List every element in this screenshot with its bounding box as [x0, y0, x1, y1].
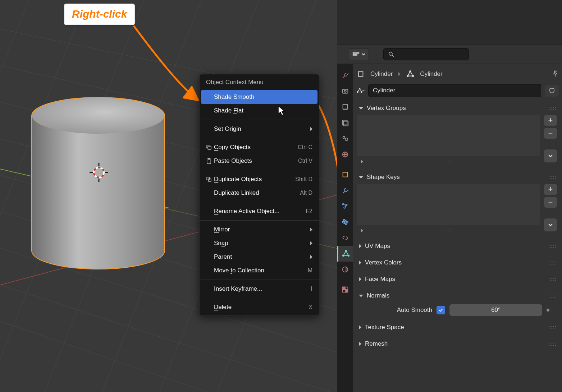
menu-paste-objects[interactable]: Paste Objects Ctrl V [200, 154, 319, 168]
tab-output[interactable] [337, 99, 353, 115]
drag-handle-icon[interactable]: :::: [548, 341, 557, 347]
svg-point-21 [32, 98, 164, 134]
expand-icon[interactable] [361, 229, 363, 232]
panel-shape-keys-header[interactable]: Shape Keys :::: [357, 170, 559, 184]
vertex-groups-list[interactable] [357, 115, 540, 156]
svg-point-55 [345, 250, 347, 252]
drag-handle-icon[interactable]: :::: [548, 324, 557, 330]
tab-texture[interactable] [337, 282, 353, 298]
annotation-callout: Right-click [64, 4, 135, 25]
tab-physics[interactable] [337, 214, 353, 230]
specials-menu-button[interactable] [544, 149, 557, 162]
object-icon [357, 70, 365, 78]
panel-uv-maps-header[interactable]: UV Maps :::: [357, 239, 559, 253]
svg-line-8 [0, 309, 337, 392]
auto-smooth-checkbox[interactable] [437, 306, 445, 314]
tab-modifiers[interactable] [337, 183, 353, 198]
specials-menu-button[interactable] [544, 218, 557, 231]
svg-point-22 [97, 171, 100, 174]
menu-rename-active-object[interactable]: Rename Active Object... F2 [200, 204, 319, 218]
shape-keys-list[interactable] [357, 184, 540, 225]
menu-parent[interactable]: Parent [200, 250, 319, 264]
tab-material[interactable] [337, 262, 353, 277]
drag-handle-icon[interactable]: :::: [548, 105, 557, 111]
disclosure-right-icon [359, 325, 361, 329]
properties-header [337, 45, 562, 64]
panel-vertex-colors-header[interactable]: Vertex Colors :::: [357, 256, 559, 269]
svg-rect-34 [353, 52, 359, 54]
panel-normals-header[interactable]: Normals :::: [357, 289, 559, 303]
resize-handle-icon[interactable]: :::: [446, 159, 453, 164]
panel-texture-space-header[interactable]: Texture Space :::: [357, 320, 559, 334]
chevron-right-icon [310, 241, 312, 245]
tab-render[interactable] [337, 83, 353, 99]
svg-rect-46 [343, 172, 348, 177]
tab-particles[interactable] [337, 198, 353, 214]
tab-view-layer[interactable] [337, 115, 353, 131]
panel-face-maps-header[interactable]: Face Maps :::: [357, 272, 559, 286]
svg-rect-59 [345, 290, 348, 292]
menu-shade-flat[interactable]: Shade Flat [200, 104, 319, 117]
mesh-name-input[interactable]: Cylinder [368, 84, 541, 97]
svg-rect-38 [343, 89, 348, 93]
editor-type-selector[interactable] [349, 48, 369, 60]
menu-insert-keyframe[interactable]: Insert Keyframe... I [200, 282, 319, 296]
context-menu-title: Object Context Menu [200, 74, 319, 90]
expand-icon[interactable] [361, 160, 363, 163]
menu-set-origin[interactable]: Set Origin [200, 122, 319, 136]
tab-tool[interactable] [337, 68, 353, 83]
drag-handle-icon[interactable]: :::: [548, 260, 557, 266]
svg-point-43 [343, 137, 345, 139]
panel-vertex-groups-header[interactable]: Vertex Groups :::: [357, 101, 559, 115]
breadcrumb-object[interactable]: Cylinder [370, 70, 393, 78]
tab-object-data[interactable] [337, 246, 353, 262]
disclosure-right-icon [359, 342, 361, 346]
object-context-menu: Object Context Menu Shade Smooth Shade F… [199, 74, 319, 316]
menu-move-to-collection[interactable]: Move to Collection M [200, 264, 319, 277]
fake-user-toggle[interactable] [545, 84, 559, 97]
drag-handle-icon[interactable]: :::: [548, 293, 557, 299]
disclosure-right-icon [359, 277, 361, 281]
svg-point-53 [342, 255, 344, 257]
menu-duplicate-objects[interactable]: Duplicate Objects Shift D [200, 172, 319, 186]
svg-point-50 [344, 221, 346, 223]
svg-rect-40 [343, 105, 348, 109]
menu-copy-objects[interactable]: Copy Objects Ctrl C [200, 140, 319, 154]
menu-shade-smooth[interactable]: Shade Smooth [201, 90, 317, 104]
menu-delete[interactable]: Delete X [200, 300, 319, 314]
chevron-right-icon [310, 227, 312, 232]
outliner-area[interactable] [337, 0, 562, 45]
animate-property-icon[interactable] [547, 309, 549, 312]
svg-rect-58 [343, 287, 345, 290]
breadcrumb: Cylinder Cylinder [357, 68, 559, 80]
menu-duplicate-linked[interactable]: Duplicate Linked Alt D [200, 186, 319, 200]
resize-handle-icon[interactable]: :::: [446, 228, 453, 233]
panel-remesh-header[interactable]: Remesh :::: [357, 337, 559, 351]
drag-handle-icon[interactable]: :::: [548, 243, 557, 249]
breadcrumb-data[interactable]: Cylinder [420, 70, 442, 78]
mesh-data-icon[interactable] [357, 87, 365, 94]
properties-search[interactable] [383, 48, 469, 60]
properties-tab-strip [337, 64, 353, 392]
disclosure-down-icon [359, 176, 363, 179]
menu-snap[interactable]: Snap [200, 236, 319, 250]
svg-point-54 [348, 255, 349, 257]
tab-object[interactable] [337, 167, 353, 183]
remove-button[interactable]: − [544, 128, 557, 139]
add-button[interactable]: + [544, 115, 557, 126]
auto-smooth-angle-field[interactable]: 60° [449, 304, 542, 316]
drag-handle-icon[interactable]: :::: [548, 174, 557, 180]
disclosure-down-icon [359, 107, 363, 110]
disclosure-down-icon [359, 295, 363, 297]
drag-handle-icon[interactable]: :::: [548, 276, 557, 282]
tab-world[interactable] [337, 147, 353, 162]
svg-point-36 [389, 52, 392, 55]
tab-constraints[interactable] [337, 230, 353, 246]
disclosure-right-icon [359, 244, 361, 248]
cylinder-object[interactable] [32, 98, 164, 269]
pin-icon[interactable] [551, 70, 559, 78]
tab-scene[interactable] [337, 131, 353, 147]
remove-button[interactable]: − [544, 197, 557, 208]
add-button[interactable]: + [544, 184, 557, 195]
menu-mirror[interactable]: Mirror [200, 223, 319, 236]
